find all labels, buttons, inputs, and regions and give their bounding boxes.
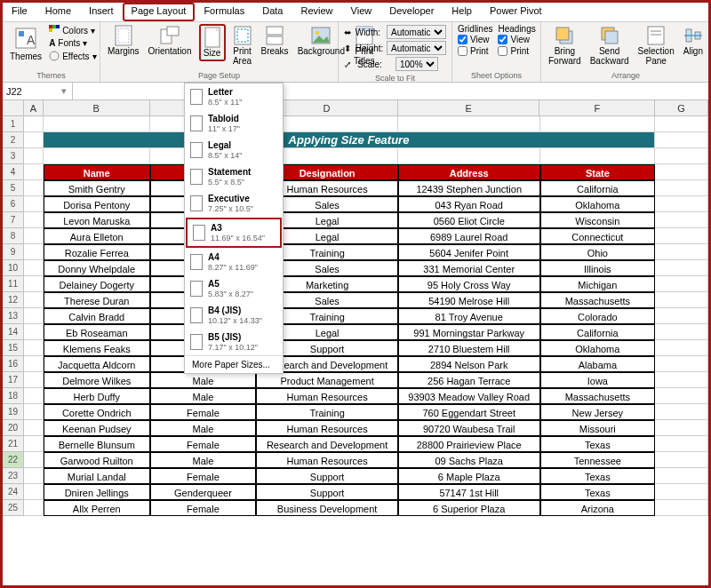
headings-print-check[interactable]	[498, 46, 507, 56]
table-header[interactable]: Name	[44, 164, 150, 180]
table-cell[interactable]: Wisconsin	[540, 212, 656, 228]
align-button[interactable]: Align	[682, 24, 705, 58]
cell[interactable]	[655, 420, 708, 436]
table-cell[interactable]: 2710 Bluestem Hill	[398, 340, 540, 356]
row-header[interactable]: 22	[3, 452, 24, 468]
cell[interactable]	[655, 324, 708, 340]
cell[interactable]	[655, 500, 708, 516]
cell[interactable]	[24, 324, 44, 340]
cell[interactable]	[655, 164, 708, 180]
size-option-a3[interactable]: A311.69" x 16.54"	[186, 218, 282, 248]
menu-file[interactable]: File	[3, 3, 36, 21]
menu-data[interactable]: Data	[253, 3, 292, 21]
cell[interactable]	[24, 164, 44, 180]
table-cell[interactable]: Texas	[540, 436, 656, 452]
menu-review[interactable]: Review	[292, 3, 341, 21]
cell[interactable]	[655, 260, 708, 276]
row-header[interactable]: 19	[3, 404, 24, 420]
table-cell[interactable]: Allx Perren	[44, 500, 150, 516]
row-header[interactable]: 9	[3, 244, 24, 260]
col-header-corner[interactable]	[3, 100, 24, 115]
row-header[interactable]: 7	[3, 212, 24, 228]
cell[interactable]	[655, 244, 708, 260]
table-cell[interactable]: Missouri	[540, 420, 656, 436]
table-cell[interactable]: Human Resources	[256, 420, 398, 436]
table-cell[interactable]: Genderqueer	[150, 484, 257, 500]
send-backward-button[interactable]: Send Backward	[588, 24, 631, 68]
row-header[interactable]: 2	[3, 132, 24, 148]
table-cell[interactable]: 2894 Nelson Park	[398, 356, 540, 372]
table-cell[interactable]: Tennessee	[540, 452, 656, 468]
cell[interactable]	[24, 404, 44, 420]
cell[interactable]	[398, 148, 540, 164]
table-cell[interactable]: Herb Duffy	[44, 388, 150, 404]
cell[interactable]	[24, 244, 44, 260]
menu-developer[interactable]: Developer	[380, 3, 443, 21]
table-cell[interactable]: Dorisa Pentony	[44, 196, 150, 212]
size-option-b5-jis-[interactable]: B5 (JIS)7.17" x 10.12"	[185, 329, 283, 355]
cell[interactable]	[24, 292, 44, 308]
cell[interactable]	[24, 196, 44, 212]
table-cell[interactable]: 331 Memorial Center	[398, 260, 540, 276]
cell[interactable]	[24, 452, 44, 468]
cell[interactable]	[655, 404, 708, 420]
table-cell[interactable]: Arizona	[540, 500, 656, 516]
menu-view[interactable]: View	[342, 3, 381, 21]
table-cell[interactable]: Michigan	[540, 276, 656, 292]
scale-select[interactable]: 100%	[395, 57, 438, 71]
size-option-letter[interactable]: Letter8.5" x 11"	[185, 83, 283, 110]
menu-home[interactable]: Home	[36, 3, 80, 21]
table-cell[interactable]: 93903 Meadow Valley Road	[398, 388, 540, 404]
cell[interactable]	[655, 276, 708, 292]
cell[interactable]	[655, 228, 708, 244]
table-cell[interactable]: Massachusetts	[540, 388, 656, 404]
table-cell[interactable]: Massachusetts	[540, 292, 656, 308]
table-cell[interactable]: Jacquetta Aldcorn	[44, 356, 150, 372]
cell[interactable]	[655, 372, 708, 388]
cell[interactable]	[24, 148, 44, 164]
row-header[interactable]: 3	[3, 148, 24, 164]
table-cell[interactable]: Female	[150, 436, 257, 452]
table-cell[interactable]: Delmore Wilkes	[44, 372, 150, 388]
name-box[interactable]	[3, 85, 56, 98]
table-cell[interactable]: Support	[256, 468, 398, 484]
row-header[interactable]: 13	[3, 308, 24, 324]
table-cell[interactable]: New Jersey	[540, 404, 656, 420]
size-option-a4[interactable]: A48.27" x 11.69"	[185, 249, 283, 275]
table-cell[interactable]: 90720 Waubesa Trail	[398, 420, 540, 436]
headings-view-check[interactable]	[498, 35, 507, 44]
size-option-a5[interactable]: A55.83" x 8.27"	[185, 275, 283, 302]
table-cell[interactable]: 6 Maple Plaza	[398, 468, 540, 484]
table-cell[interactable]: Iowa	[540, 372, 656, 388]
table-cell[interactable]: Female	[150, 500, 257, 516]
cell[interactable]	[44, 116, 150, 132]
row-header[interactable]: 14	[3, 324, 24, 340]
row-header[interactable]: 5	[3, 180, 24, 196]
row-header[interactable]: 4	[3, 164, 24, 180]
row-header[interactable]: 15	[3, 340, 24, 356]
cell[interactable]	[24, 468, 44, 484]
table-header[interactable]: Address	[398, 164, 540, 180]
table-cell[interactable]: Business Development	[256, 500, 398, 516]
menu-insert[interactable]: Insert	[80, 3, 123, 21]
table-cell[interactable]: 95 Holy Cross Way	[398, 276, 540, 292]
table-cell[interactable]: 043 Ryan Road	[398, 196, 540, 212]
size-option-legal[interactable]: Legal8.5" x 14"	[185, 137, 283, 163]
cell[interactable]	[655, 292, 708, 308]
effects-button[interactable]: Effects ▾	[49, 50, 96, 62]
size-option-b4-jis-[interactable]: B4 (JIS)10.12" x 14.33"	[185, 302, 283, 329]
row-header[interactable]: 8	[3, 228, 24, 244]
orientation-button[interactable]: Orientation	[147, 24, 194, 58]
table-cell[interactable]: Alabama	[540, 356, 656, 372]
cell[interactable]	[655, 356, 708, 372]
table-cell[interactable]: Rozalie Ferrea	[44, 244, 150, 260]
row-header[interactable]: 16	[3, 356, 24, 372]
table-cell[interactable]: Levon Maruska	[44, 212, 150, 228]
margins-button[interactable]: Margins	[106, 24, 141, 58]
width-select[interactable]: Automatic	[387, 25, 446, 39]
breaks-button[interactable]: Breaks	[260, 24, 291, 58]
themes-button[interactable]: A Themes	[8, 24, 44, 63]
table-cell[interactable]: 81 Troy Avenue	[398, 308, 540, 324]
height-select[interactable]: Automatic	[387, 41, 446, 55]
col-header-F[interactable]: F	[539, 100, 655, 115]
